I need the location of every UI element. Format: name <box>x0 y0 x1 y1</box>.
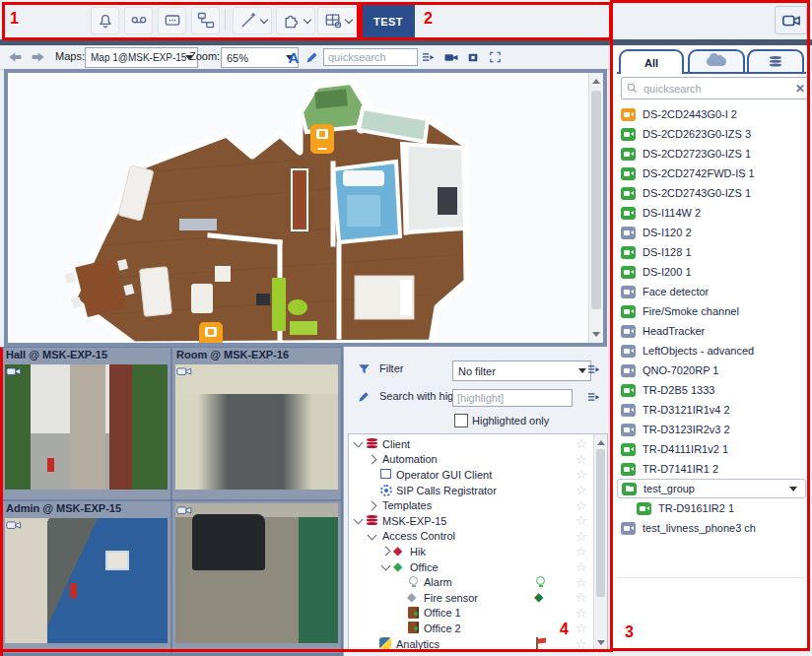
favorite-star-icon[interactable]: ☆ <box>575 560 587 573</box>
tree-row[interactable]: Office ☆ <box>349 559 607 575</box>
map-list-button[interactable] <box>418 48 438 66</box>
favorite-star-icon[interactable]: ☆ <box>575 468 587 481</box>
tab-database[interactable] <box>747 49 804 72</box>
camera-tile-admin[interactable]: Admin @ MSK-EXP-15 <box>2 501 170 653</box>
ptz-camera-icon[interactable] <box>176 504 194 518</box>
camera-tile-hall[interactable]: Hall @ MSK-EXP-15 <box>2 348 170 499</box>
tree-row[interactable]: Operator GUI Client ☆ <box>349 467 607 483</box>
favorite-star-icon[interactable]: ☆ <box>575 545 587 558</box>
device-row[interactable]: TR-D7141IR1 2 <box>613 459 810 479</box>
expander-icon[interactable] <box>381 561 391 571</box>
map-camera-toggle[interactable] <box>441 48 461 66</box>
expander-icon[interactable] <box>354 515 364 525</box>
expander-icon[interactable] <box>381 547 391 557</box>
nav-forward-button[interactable] <box>28 48 47 66</box>
favorite-star-icon[interactable]: ☆ <box>575 591 587 604</box>
font-tool-button[interactable]: A <box>284 48 304 66</box>
map-vertical-scrollbar[interactable] <box>588 73 603 343</box>
expander-icon[interactable] <box>354 438 364 448</box>
tree-row[interactable]: Hik ☆ <box>349 544 607 559</box>
tree-row[interactable]: Fire sensor ☆ <box>349 590 607 606</box>
device-row[interactable]: QNO-7020RP 1 <box>613 361 810 380</box>
tree-row[interactable]: Templates ☆ <box>349 497 607 513</box>
favorite-star-icon[interactable]: ☆ <box>575 499 587 512</box>
video-frame[interactable] <box>175 503 338 643</box>
device-row[interactable]: DS-2CD2743G0-IZS 1 <box>613 183 810 203</box>
device-row[interactable]: TR-D4111IR1v2 1 <box>613 439 810 459</box>
video-frame[interactable] <box>175 364 338 490</box>
topology-button[interactable] <box>191 7 220 34</box>
device-row[interactable]: test_livness_phone3 ch <box>613 518 810 538</box>
tree-row[interactable]: Office 1 ☆ <box>349 606 607 622</box>
map-region-toggle[interactable] <box>463 48 483 66</box>
add-camera-button[interactable] <box>775 6 807 34</box>
device-row[interactable]: DS-2CD2723G0-IZS 1 <box>613 144 810 164</box>
tree-vertical-scrollbar[interactable] <box>593 434 607 651</box>
favorite-star-icon[interactable]: ☆ <box>575 607 587 620</box>
tree-row[interactable]: Client ☆ <box>349 436 607 452</box>
expander-icon[interactable] <box>368 500 377 510</box>
voicemail-button[interactable] <box>124 7 153 34</box>
ptz-camera-icon[interactable] <box>6 519 24 533</box>
layouts-menu-button[interactable] <box>317 7 357 34</box>
device-row[interactable]: TR-D9161IR2 1 <box>613 498 810 518</box>
device-row[interactable]: DS-I114W 2 <box>613 203 810 223</box>
favorite-star-icon[interactable]: ☆ <box>575 576 587 589</box>
draw-pen-button[interactable] <box>302 48 321 66</box>
filter-select[interactable]: No filter <box>452 361 591 381</box>
device-row[interactable]: LeftObjects - advanced <box>613 341 810 361</box>
scroll-up-icon[interactable] <box>592 79 600 84</box>
scrollbar-thumb[interactable] <box>596 449 605 597</box>
highlight-list-button[interactable] <box>582 388 604 406</box>
expander-icon[interactable] <box>368 530 377 540</box>
tree-row[interactable]: Analytics ☆ <box>349 636 607 652</box>
tree-row[interactable]: Office 2 ☆ <box>349 621 607 636</box>
nav-back-button[interactable] <box>6 48 26 66</box>
scrollbar-thumb[interactable] <box>591 91 601 309</box>
favorite-star-icon[interactable]: ☆ <box>575 453 587 466</box>
favorite-star-icon[interactable]: ☆ <box>575 484 587 496</box>
tree-row[interactable]: SIP Calls Registrator ☆ <box>349 483 607 498</box>
ptz-camera-icon[interactable] <box>176 365 194 379</box>
favorite-star-icon[interactable]: ☆ <box>575 514 587 527</box>
map-camera-marker[interactable] <box>310 124 334 154</box>
expander-icon[interactable] <box>368 454 377 464</box>
tab-cloud[interactable] <box>688 49 745 72</box>
highlight-search-input[interactable] <box>452 389 573 407</box>
scroll-up-icon[interactable] <box>597 440 605 445</box>
device-row[interactable]: TR-D3123IR2v3 2 <box>613 420 810 439</box>
floor-plan-map[interactable] <box>8 73 589 343</box>
camera-tile-room[interactable]: Room @ MSK-EXP-16 <box>172 348 341 499</box>
device-row[interactable]: DS-2CD2742FWD-IS 1 <box>613 164 810 183</box>
sidebar-search-input[interactable] <box>642 82 795 96</box>
device-row[interactable]: DS-I120 2 <box>613 223 810 242</box>
messages-button[interactable] <box>158 7 186 34</box>
tab-test[interactable]: TEST <box>362 3 415 39</box>
highlighted-only-checkbox[interactable] <box>454 414 468 427</box>
favorite-star-icon[interactable]: ☆ <box>575 637 587 650</box>
map-quicksearch-input[interactable] <box>323 48 418 66</box>
tree-row[interactable]: MSK-EXP-15 ☆ <box>349 513 607 529</box>
clear-search-icon[interactable]: ✕ <box>795 82 805 96</box>
tree-row[interactable]: Automation ☆ <box>349 452 607 468</box>
scroll-down-icon[interactable] <box>592 332 600 337</box>
alerts-button[interactable] <box>91 7 119 34</box>
filter-list-button[interactable] <box>582 361 604 378</box>
device-row[interactable]: DS-I128 1 <box>613 242 810 262</box>
device-row[interactable]: DS-I200 1 <box>613 262 810 282</box>
device-row[interactable]: HeadTracker <box>613 321 810 341</box>
favorite-star-icon[interactable]: ☆ <box>575 622 587 634</box>
sidebar-search[interactable]: ✕ <box>621 77 810 99</box>
device-group-row[interactable]: test_group <box>617 479 806 498</box>
tree-row[interactable]: Alarm ☆ <box>349 574 607 590</box>
video-frame[interactable] <box>5 518 168 643</box>
fit-selection-button[interactable] <box>485 48 505 66</box>
ptz-camera-icon[interactable] <box>6 365 24 379</box>
device-row[interactable]: TR-D2B5 1333 <box>613 380 810 400</box>
device-row[interactable]: Face detector <box>613 282 810 301</box>
tab-all[interactable]: All <box>619 49 684 74</box>
plugins-menu-button[interactable] <box>276 7 315 34</box>
scroll-down-icon[interactable] <box>597 640 605 645</box>
device-row[interactable]: DS-2CD2623G0-IZS 3 <box>613 124 810 144</box>
wizard-menu-button[interactable] <box>233 7 272 34</box>
